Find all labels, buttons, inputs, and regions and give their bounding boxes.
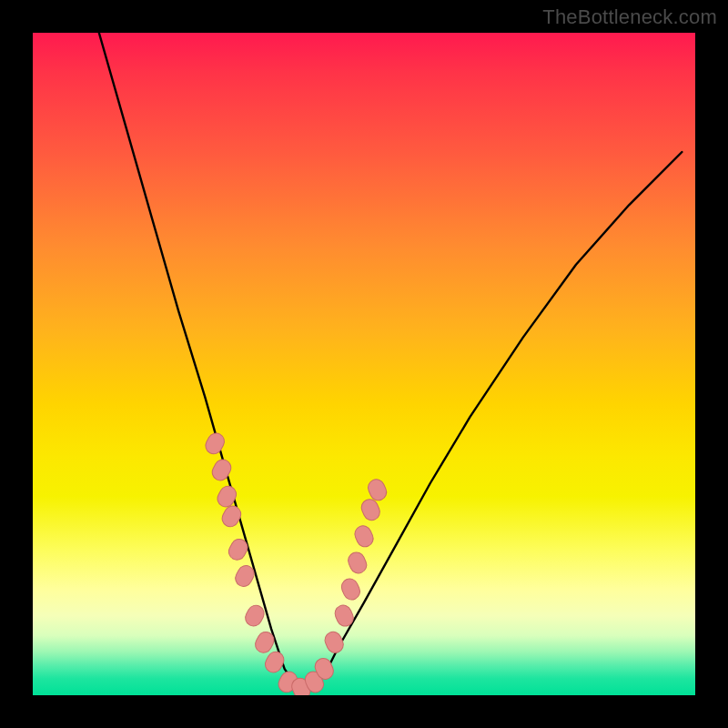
curve-layer (99, 33, 682, 689)
data-marker (219, 503, 244, 530)
bottleneck-curve (99, 33, 682, 689)
data-marker (339, 576, 362, 602)
chart-frame: TheBottleneck.com (0, 0, 728, 728)
data-marker (203, 430, 228, 457)
plot-area (33, 33, 695, 695)
marker-layer (203, 430, 389, 695)
data-marker (209, 457, 234, 483)
data-marker (346, 550, 369, 576)
data-marker (242, 602, 267, 629)
chart-svg (33, 33, 695, 695)
data-marker (262, 649, 287, 675)
watermark-text: TheBottleneck.com (542, 5, 717, 29)
data-marker (352, 523, 376, 550)
data-marker (322, 629, 346, 655)
